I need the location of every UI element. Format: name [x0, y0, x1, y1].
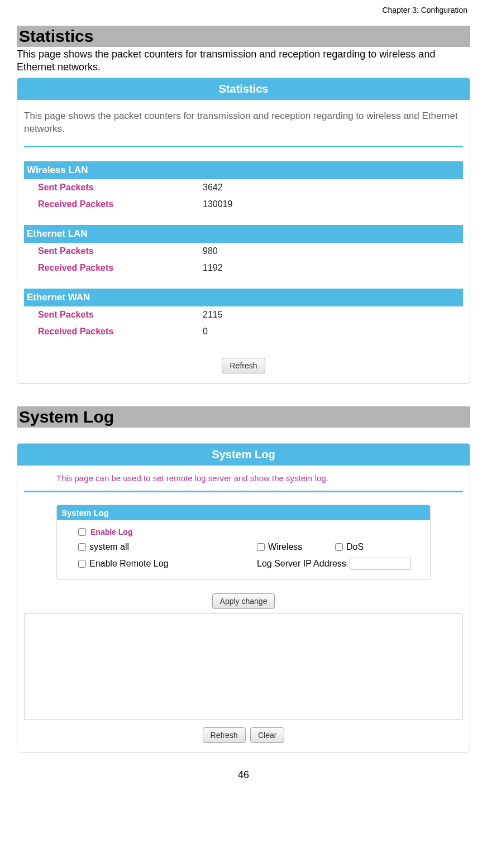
- refresh-log-button[interactable]: Refresh: [203, 727, 246, 743]
- table-row: Received Packets 130019: [24, 196, 463, 213]
- stats-label: Sent Packets: [24, 246, 203, 256]
- stats-value: 980: [203, 246, 218, 256]
- stats-value: 0: [203, 327, 208, 337]
- table-row: Received Packets 1192: [24, 260, 463, 276]
- stats-label: Received Packets: [24, 199, 203, 209]
- stats-header: Ethernet LAN: [24, 225, 463, 243]
- stats-label: Sent Packets: [24, 310, 203, 320]
- wireless-label: Wireless: [268, 542, 302, 552]
- table-row: Sent Packets 2115: [24, 306, 463, 323]
- log-server-ip-input[interactable]: [350, 558, 411, 570]
- stats-label: Received Packets: [24, 327, 203, 337]
- table-row: Received Packets 0: [24, 323, 463, 340]
- clear-log-button[interactable]: Clear: [250, 727, 284, 743]
- dos-label: DoS: [346, 542, 364, 552]
- enable-remote-log-checkbox[interactable]: [78, 560, 86, 568]
- statistics-panel: Statistics This page shows the packet co…: [17, 78, 470, 384]
- log-textarea[interactable]: [24, 613, 463, 720]
- system-all-checkbox[interactable]: [78, 543, 86, 551]
- enable-log-checkbox[interactable]: [78, 528, 86, 536]
- system-log-box-header: System Log: [57, 505, 430, 520]
- table-row: Sent Packets 3642: [24, 179, 463, 196]
- apply-change-button[interactable]: Apply change: [212, 593, 275, 609]
- section-title-statistics: Statistics: [17, 26, 470, 47]
- system-log-panel: System Log This page can be used to set …: [17, 443, 470, 752]
- stats-block-wireless-lan: Wireless LAN Sent Packets 3642 Received …: [24, 161, 463, 213]
- enable-log-label: Enable Log: [90, 527, 132, 536]
- stats-value: 3642: [203, 183, 223, 193]
- stats-label: Received Packets: [24, 263, 203, 273]
- statistics-panel-intro: This page shows the packet counters for …: [17, 100, 470, 146]
- dos-checkbox[interactable]: [335, 543, 343, 551]
- chapter-header: Chapter 3: Configuration: [17, 6, 470, 15]
- stats-label: Sent Packets: [24, 183, 203, 193]
- stats-value: 130019: [203, 199, 232, 209]
- stats-value: 1192: [203, 263, 223, 273]
- divider: [24, 491, 463, 492]
- system-log-panel-header: System Log: [17, 444, 470, 466]
- stats-block-ethernet-wan: Ethernet WAN Sent Packets 2115 Received …: [24, 289, 463, 340]
- refresh-button[interactable]: Refresh: [222, 358, 265, 373]
- stats-header: Wireless LAN: [24, 161, 463, 179]
- system-log-settings-box: System Log Enable Log system all Wireles…: [56, 505, 431, 580]
- wireless-checkbox[interactable]: [257, 543, 265, 551]
- page-number: 46: [17, 769, 470, 781]
- enable-remote-log-label: Enable Remote Log: [89, 559, 168, 569]
- system-log-panel-intro: This page can be used to set remote log …: [17, 466, 470, 491]
- log-server-ip-label: Log Server IP Address: [257, 559, 346, 569]
- table-row: Sent Packets 980: [24, 243, 463, 260]
- section-desc-statistics: This page shows the packet counters for …: [17, 48, 470, 74]
- stats-header: Ethernet WAN: [24, 289, 463, 306]
- divider: [24, 146, 463, 147]
- statistics-panel-header: Statistics: [17, 78, 470, 100]
- system-all-label: system all: [89, 542, 129, 552]
- stats-value: 2115: [203, 310, 223, 320]
- stats-block-ethernet-lan: Ethernet LAN Sent Packets 980 Received P…: [24, 225, 463, 276]
- section-title-system-log: System Log: [17, 406, 470, 428]
